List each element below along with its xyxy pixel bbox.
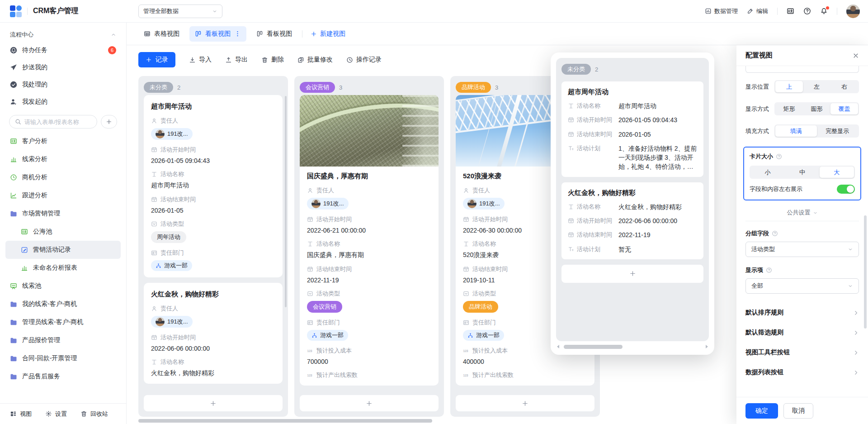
sidebar-item[interactable]: 商机分析 [5, 168, 121, 186]
preview-field-row: 活动计划暂无 [568, 245, 697, 254]
new-view-button[interactable]: 新建视图 [311, 30, 345, 38]
search-box[interactable] [9, 115, 97, 129]
sidebar-item[interactable]: 产品售后服务 [5, 367, 121, 386]
sidebar-item-我处理的[interactable]: 我处理的 [0, 76, 126, 93]
sidebar-item-我发起的[interactable]: 我发起的 [0, 93, 126, 110]
department-chip[interactable]: 游戏一部 [151, 260, 192, 271]
preview-add-card-button[interactable] [561, 265, 703, 283]
sidebar-item[interactable]: 营销活动记录 [5, 241, 121, 259]
process-center-section[interactable]: 流程中心 [0, 28, 126, 42]
segment-option[interactable]: 小 [750, 167, 785, 178]
sidebar-item-待办任务[interactable]: 待办任务6 [0, 42, 126, 59]
segment-option[interactable]: 上 [775, 81, 803, 92]
delete-button[interactable]: 删除 [261, 56, 284, 64]
field-label: 活动开始时间 [568, 216, 615, 225]
segment-option[interactable]: 完整显示 [817, 125, 859, 137]
idcard-icon [21, 228, 28, 235]
footer-views-button[interactable]: 视图 [10, 410, 32, 418]
group-field-select[interactable]: 活动类型 [745, 242, 859, 257]
sidebar-item[interactable]: 线索分析 [5, 150, 121, 168]
department-chip[interactable]: 游戏一部 [463, 330, 504, 341]
segment-option[interactable]: 矩形 [775, 103, 803, 114]
confirm-button[interactable]: 确定 [745, 403, 778, 419]
tab-table-view[interactable]: 表格视图 [138, 26, 185, 42]
kanban-card[interactable]: 国庆盛典，厚惠有期责任人191改...活动开始时间2022-06-21 00:0… [300, 95, 439, 386]
segment-option[interactable]: 中 [785, 167, 819, 178]
sidebar-item[interactable]: 产品报价管理 [5, 331, 121, 349]
segment-option[interactable]: 左 [803, 81, 830, 92]
field-label: 责任部门 [307, 319, 431, 327]
board-horizontal-scrollbar[interactable] [138, 419, 432, 423]
sidebar-item[interactable]: 市场营销管理 [5, 205, 121, 223]
kanban-card[interactable]: 火红金秋，购物好精彩责任人191改...活动开始时间2022-06-06 00:… [144, 283, 283, 384]
common-settings-toggle[interactable]: 公共设置 [745, 209, 859, 217]
help-icon[interactable] [803, 7, 811, 15]
footer-gear-button[interactable]: 设置 [45, 410, 67, 418]
batch-edit-button[interactable]: 批量修改 [297, 56, 333, 64]
search-input[interactable] [24, 119, 91, 125]
preview-scroll-track[interactable] [561, 345, 704, 349]
assignee-chip[interactable]: 191改... [151, 128, 193, 140]
scroll-left-icon[interactable] [557, 345, 559, 348]
field-value: 2022-06-21 00:00:00 [307, 227, 431, 234]
config-link-row[interactable]: 数据列表按钮 [745, 362, 859, 382]
assignee-chip[interactable]: 191改... [151, 316, 193, 328]
assignee-chip[interactable]: 191改... [463, 198, 505, 210]
preview-scroll-thumb[interactable] [564, 345, 623, 349]
config-link-row[interactable]: 默认筛选规则 [745, 323, 859, 343]
segment-option[interactable]: 大 [820, 167, 854, 178]
data-scope-select[interactable]: 管理全部数据 [138, 5, 222, 18]
tab-kanban-view-2[interactable]: 看板视图 [251, 26, 297, 42]
sidebar-item[interactable]: 线索池 [5, 277, 121, 295]
sidebar-item[interactable]: 跟进分析 [5, 186, 121, 205]
help-circle-icon[interactable] [766, 267, 772, 273]
department-chip[interactable]: 游戏一部 [307, 330, 348, 341]
config-link-row[interactable]: 默认排序规则 [745, 303, 859, 323]
sidebar-item[interactable]: 未命名分析报表 [5, 259, 121, 277]
scroll-right-icon[interactable] [706, 345, 708, 348]
import-icon [189, 57, 196, 63]
operation-log-button[interactable]: 操作记录 [346, 56, 382, 64]
clipped-input[interactable] [745, 66, 859, 73]
sidebar-item[interactable]: 公海池 [5, 223, 121, 241]
cancel-button[interactable]: 取消 [783, 403, 813, 419]
preview-scrollbar[interactable] [556, 344, 709, 349]
footer-trash-button[interactable]: 回收站 [80, 410, 108, 418]
column-scrollbar[interactable] [285, 96, 287, 307]
config-link-row[interactable]: 视图工具栏按钮 [745, 343, 859, 362]
add-record-button[interactable]: 记录 [138, 52, 175, 67]
segment-option[interactable]: 右 [830, 81, 858, 92]
assignee-chip[interactable]: 191改... [307, 198, 349, 210]
sidebar-item-抄送我的[interactable]: 抄送我的 [0, 59, 126, 76]
config-scrollbar[interactable] [864, 215, 867, 329]
add-form-button[interactable] [101, 115, 117, 129]
segment-option[interactable]: 填满 [775, 125, 817, 137]
sidebar-item[interactable]: 合同-回款-开票管理 [5, 349, 121, 367]
calendar-icon [151, 147, 157, 153]
export-button[interactable]: 导出 [225, 56, 248, 64]
close-icon[interactable] [853, 52, 859, 59]
preview-card[interactable]: 火红金秋，购物好精彩活动名称火红金秋，购物好精彩活动开始时间2022-06-06… [561, 182, 703, 259]
kanban-card[interactable]: 超市周年活动责任人191改...活动开始时间2026-01-05 09:04:4… [144, 95, 283, 277]
add-card-button[interactable] [300, 395, 439, 411]
more-vertical-icon[interactable] [234, 30, 241, 37]
help-circle-icon[interactable] [772, 230, 778, 237]
contacts-icon[interactable] [787, 7, 794, 15]
display-items-select[interactable]: 全部 [745, 278, 859, 294]
sidebar-item[interactable]: 我的线索-客户-商机 [5, 295, 121, 313]
edit-button[interactable]: 编辑 [747, 7, 768, 15]
segment-option[interactable]: 覆盖 [830, 103, 858, 114]
sidebar-item[interactable]: 客户分析 [5, 132, 121, 150]
data-manage-button[interactable]: 数据管理 [705, 7, 738, 15]
avatar[interactable] [846, 5, 860, 18]
import-button[interactable]: 导入 [189, 56, 212, 64]
lr-display-toggle[interactable] [837, 185, 855, 194]
notifications-button[interactable] [820, 7, 828, 15]
sidebar-item[interactable]: 管理员线索-客户-商机 [5, 313, 121, 331]
add-card-button[interactable] [456, 395, 594, 411]
add-card-button[interactable] [144, 395, 283, 411]
tab-kanban-view-active[interactable]: 看板视图 [189, 26, 246, 42]
help-circle-icon[interactable] [776, 153, 782, 160]
segment-option[interactable]: 圆形 [803, 103, 830, 114]
preview-card[interactable]: 超市周年活动活动名称超市周年活动活动开始时间2026-01-05 09:04:4… [561, 81, 703, 177]
